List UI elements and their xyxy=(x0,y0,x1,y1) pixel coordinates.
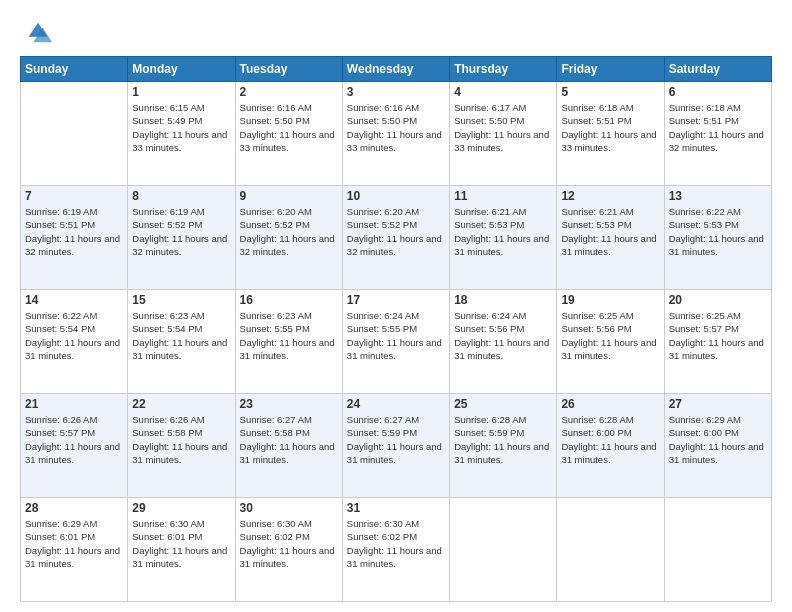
day-number: 24 xyxy=(347,397,445,411)
calendar-cell: 31Sunrise: 6:30 AMSunset: 6:02 PMDayligh… xyxy=(342,498,449,602)
calendar-cell: 14Sunrise: 6:22 AMSunset: 5:54 PMDayligh… xyxy=(21,290,128,394)
day-info: Sunrise: 6:20 AMSunset: 5:52 PMDaylight:… xyxy=(347,205,445,258)
day-info: Sunrise: 6:19 AMSunset: 5:51 PMDaylight:… xyxy=(25,205,123,258)
day-number: 4 xyxy=(454,85,552,99)
weekday-header-row: SundayMondayTuesdayWednesdayThursdayFrid… xyxy=(21,57,772,82)
weekday-header-monday: Monday xyxy=(128,57,235,82)
day-number: 16 xyxy=(240,293,338,307)
day-number: 20 xyxy=(669,293,767,307)
weekday-header-saturday: Saturday xyxy=(664,57,771,82)
calendar-cell: 13Sunrise: 6:22 AMSunset: 5:53 PMDayligh… xyxy=(664,186,771,290)
calendar-cell: 3Sunrise: 6:16 AMSunset: 5:50 PMDaylight… xyxy=(342,82,449,186)
calendar-cell xyxy=(21,82,128,186)
calendar-cell: 20Sunrise: 6:25 AMSunset: 5:57 PMDayligh… xyxy=(664,290,771,394)
day-number: 11 xyxy=(454,189,552,203)
week-row-4: 21Sunrise: 6:26 AMSunset: 5:57 PMDayligh… xyxy=(21,394,772,498)
calendar-cell: 27Sunrise: 6:29 AMSunset: 6:00 PMDayligh… xyxy=(664,394,771,498)
day-number: 1 xyxy=(132,85,230,99)
calendar-cell: 26Sunrise: 6:28 AMSunset: 6:00 PMDayligh… xyxy=(557,394,664,498)
calendar-cell: 19Sunrise: 6:25 AMSunset: 5:56 PMDayligh… xyxy=(557,290,664,394)
calendar-cell: 7Sunrise: 6:19 AMSunset: 5:51 PMDaylight… xyxy=(21,186,128,290)
calendar-cell: 9Sunrise: 6:20 AMSunset: 5:52 PMDaylight… xyxy=(235,186,342,290)
weekday-header-friday: Friday xyxy=(557,57,664,82)
day-number: 13 xyxy=(669,189,767,203)
day-number: 29 xyxy=(132,501,230,515)
day-info: Sunrise: 6:22 AMSunset: 5:53 PMDaylight:… xyxy=(669,205,767,258)
day-number: 30 xyxy=(240,501,338,515)
weekday-header-tuesday: Tuesday xyxy=(235,57,342,82)
calendar-cell: 18Sunrise: 6:24 AMSunset: 5:56 PMDayligh… xyxy=(450,290,557,394)
day-info: Sunrise: 6:30 AMSunset: 6:01 PMDaylight:… xyxy=(132,517,230,570)
calendar-table: SundayMondayTuesdayWednesdayThursdayFrid… xyxy=(20,56,772,602)
day-info: Sunrise: 6:27 AMSunset: 5:58 PMDaylight:… xyxy=(240,413,338,466)
day-info: Sunrise: 6:29 AMSunset: 6:01 PMDaylight:… xyxy=(25,517,123,570)
day-info: Sunrise: 6:18 AMSunset: 5:51 PMDaylight:… xyxy=(669,101,767,154)
day-info: Sunrise: 6:24 AMSunset: 5:56 PMDaylight:… xyxy=(454,309,552,362)
calendar-cell xyxy=(450,498,557,602)
calendar-cell: 21Sunrise: 6:26 AMSunset: 5:57 PMDayligh… xyxy=(21,394,128,498)
calendar-cell: 22Sunrise: 6:26 AMSunset: 5:58 PMDayligh… xyxy=(128,394,235,498)
day-info: Sunrise: 6:26 AMSunset: 5:58 PMDaylight:… xyxy=(132,413,230,466)
calendar-cell: 12Sunrise: 6:21 AMSunset: 5:53 PMDayligh… xyxy=(557,186,664,290)
calendar-cell xyxy=(557,498,664,602)
day-number: 6 xyxy=(669,85,767,99)
week-row-3: 14Sunrise: 6:22 AMSunset: 5:54 PMDayligh… xyxy=(21,290,772,394)
day-number: 21 xyxy=(25,397,123,411)
day-info: Sunrise: 6:16 AMSunset: 5:50 PMDaylight:… xyxy=(347,101,445,154)
day-info: Sunrise: 6:23 AMSunset: 5:55 PMDaylight:… xyxy=(240,309,338,362)
day-number: 28 xyxy=(25,501,123,515)
day-number: 23 xyxy=(240,397,338,411)
calendar-cell: 5Sunrise: 6:18 AMSunset: 5:51 PMDaylight… xyxy=(557,82,664,186)
day-info: Sunrise: 6:21 AMSunset: 5:53 PMDaylight:… xyxy=(561,205,659,258)
week-row-5: 28Sunrise: 6:29 AMSunset: 6:01 PMDayligh… xyxy=(21,498,772,602)
calendar-cell: 29Sunrise: 6:30 AMSunset: 6:01 PMDayligh… xyxy=(128,498,235,602)
calendar-cell xyxy=(664,498,771,602)
day-number: 10 xyxy=(347,189,445,203)
calendar-cell: 24Sunrise: 6:27 AMSunset: 5:59 PMDayligh… xyxy=(342,394,449,498)
day-info: Sunrise: 6:19 AMSunset: 5:52 PMDaylight:… xyxy=(132,205,230,258)
day-info: Sunrise: 6:28 AMSunset: 6:00 PMDaylight:… xyxy=(561,413,659,466)
day-info: Sunrise: 6:25 AMSunset: 5:56 PMDaylight:… xyxy=(561,309,659,362)
day-info: Sunrise: 6:21 AMSunset: 5:53 PMDaylight:… xyxy=(454,205,552,258)
calendar-cell: 6Sunrise: 6:18 AMSunset: 5:51 PMDaylight… xyxy=(664,82,771,186)
day-number: 14 xyxy=(25,293,123,307)
day-info: Sunrise: 6:20 AMSunset: 5:52 PMDaylight:… xyxy=(240,205,338,258)
day-number: 26 xyxy=(561,397,659,411)
calendar-cell: 23Sunrise: 6:27 AMSunset: 5:58 PMDayligh… xyxy=(235,394,342,498)
day-number: 31 xyxy=(347,501,445,515)
calendar-cell: 15Sunrise: 6:23 AMSunset: 5:54 PMDayligh… xyxy=(128,290,235,394)
weekday-header-wednesday: Wednesday xyxy=(342,57,449,82)
day-number: 17 xyxy=(347,293,445,307)
day-number: 18 xyxy=(454,293,552,307)
calendar-cell: 10Sunrise: 6:20 AMSunset: 5:52 PMDayligh… xyxy=(342,186,449,290)
logo xyxy=(20,18,52,46)
day-number: 15 xyxy=(132,293,230,307)
day-number: 22 xyxy=(132,397,230,411)
day-info: Sunrise: 6:22 AMSunset: 5:54 PMDaylight:… xyxy=(25,309,123,362)
day-number: 3 xyxy=(347,85,445,99)
day-number: 5 xyxy=(561,85,659,99)
calendar-cell: 11Sunrise: 6:21 AMSunset: 5:53 PMDayligh… xyxy=(450,186,557,290)
day-info: Sunrise: 6:26 AMSunset: 5:57 PMDaylight:… xyxy=(25,413,123,466)
day-number: 8 xyxy=(132,189,230,203)
day-info: Sunrise: 6:27 AMSunset: 5:59 PMDaylight:… xyxy=(347,413,445,466)
day-info: Sunrise: 6:29 AMSunset: 6:00 PMDaylight:… xyxy=(669,413,767,466)
day-info: Sunrise: 6:25 AMSunset: 5:57 PMDaylight:… xyxy=(669,309,767,362)
day-info: Sunrise: 6:17 AMSunset: 5:50 PMDaylight:… xyxy=(454,101,552,154)
logo-icon xyxy=(24,18,52,46)
day-info: Sunrise: 6:30 AMSunset: 6:02 PMDaylight:… xyxy=(240,517,338,570)
day-info: Sunrise: 6:23 AMSunset: 5:54 PMDaylight:… xyxy=(132,309,230,362)
calendar-cell: 2Sunrise: 6:16 AMSunset: 5:50 PMDaylight… xyxy=(235,82,342,186)
weekday-header-sunday: Sunday xyxy=(21,57,128,82)
calendar-cell: 4Sunrise: 6:17 AMSunset: 5:50 PMDaylight… xyxy=(450,82,557,186)
calendar-cell: 25Sunrise: 6:28 AMSunset: 5:59 PMDayligh… xyxy=(450,394,557,498)
day-info: Sunrise: 6:24 AMSunset: 5:55 PMDaylight:… xyxy=(347,309,445,362)
page: SundayMondayTuesdayWednesdayThursdayFrid… xyxy=(0,0,792,612)
day-number: 19 xyxy=(561,293,659,307)
calendar-cell: 16Sunrise: 6:23 AMSunset: 5:55 PMDayligh… xyxy=(235,290,342,394)
weekday-header-thursday: Thursday xyxy=(450,57,557,82)
week-row-1: 1Sunrise: 6:15 AMSunset: 5:49 PMDaylight… xyxy=(21,82,772,186)
week-row-2: 7Sunrise: 6:19 AMSunset: 5:51 PMDaylight… xyxy=(21,186,772,290)
calendar-cell: 30Sunrise: 6:30 AMSunset: 6:02 PMDayligh… xyxy=(235,498,342,602)
day-number: 7 xyxy=(25,189,123,203)
